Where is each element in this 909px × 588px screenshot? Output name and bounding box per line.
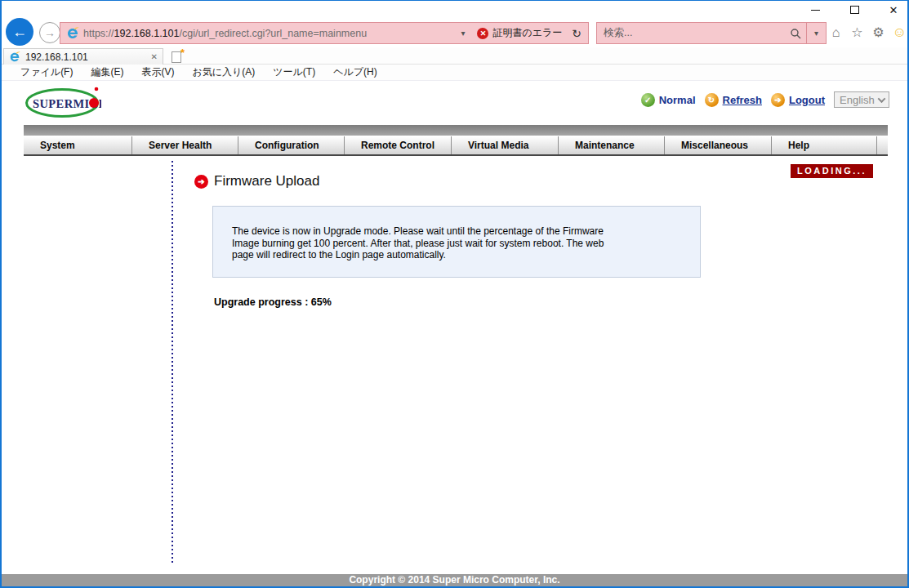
certificate-error-icon: ✕: [477, 28, 488, 39]
language-select[interactable]: English: [834, 91, 889, 108]
maximize-button[interactable]: [847, 2, 862, 17]
url-domain: 192.168.1.101: [114, 28, 180, 39]
nav-top-bar: [24, 125, 888, 136]
address-dropdown-caret-icon[interactable]: ▾: [456, 29, 470, 38]
tab-title: 192.168.1.101: [25, 51, 146, 63]
upgrade-progress: Upgrade progress : 65%: [214, 296, 332, 308]
favorites-star-icon[interactable]: ☆: [849, 24, 865, 41]
menu-help[interactable]: ヘルプ(H): [324, 65, 386, 79]
url-path: /cgi/url_redirect.cgi?url_name=mainmenu: [179, 28, 367, 39]
search-input[interactable]: 検索...: [604, 26, 785, 40]
nav-item-system[interactable]: System: [24, 136, 132, 154]
loading-indicator: LOADING...: [791, 164, 873, 178]
certificate-error-indicator[interactable]: ✕ 証明書のエラー: [474, 26, 565, 40]
new-tab-star-icon: *: [180, 47, 185, 59]
refresh-group: ↻ Refresh: [705, 93, 762, 107]
close-button[interactable]: ✕: [886, 2, 901, 17]
browser-toolbar: ⌂ ☆ ⚙ ☺: [828, 24, 907, 41]
window-controls: ✕: [808, 1, 901, 19]
ie-icon: [66, 27, 79, 40]
browser-window: ✕ ← → https://192.168.1.101/cgi/url_redi…: [0, 0, 909, 588]
status-normal-icon: ✓: [641, 93, 655, 107]
search-dropdown-button[interactable]: ▾: [806, 23, 826, 43]
logout-link[interactable]: Logout: [789, 94, 825, 106]
page-title: Firmware Upload: [214, 173, 319, 189]
minimize-icon: [811, 10, 820, 11]
search-box[interactable]: 検索... ▾: [596, 22, 827, 44]
upgrade-progress-value: 65%: [311, 296, 332, 308]
upgrade-progress-label: Upgrade progress :: [214, 296, 308, 308]
nav-item-configuration[interactable]: Configuration: [238, 136, 345, 154]
gear-icon[interactable]: ⚙: [871, 24, 886, 41]
main-nav: System Server Health Configuration Remot…: [24, 136, 888, 156]
new-tab-page-icon: *: [172, 51, 181, 63]
title-bar: ✕: [2, 1, 907, 19]
search-caret-icon: ▾: [814, 29, 818, 38]
back-button[interactable]: ←: [6, 18, 33, 46]
language-selected-value: English: [840, 94, 876, 106]
reload-icon[interactable]: ↻: [569, 27, 584, 40]
chevron-down-icon: [878, 95, 886, 103]
home-icon[interactable]: ⌂: [828, 24, 844, 41]
nav-item-server-health[interactable]: Server Health: [132, 136, 238, 154]
menu-edit[interactable]: 編集(E): [82, 65, 132, 79]
status-row: ✓ Normal ↻ Refresh ➔ Logout English: [641, 91, 889, 108]
menu-view[interactable]: 表示(V): [132, 65, 183, 79]
address-bar[interactable]: https://192.168.1.101/cgi/url_redirect.c…: [60, 22, 589, 44]
upgrade-info-message: The device is now in Upgrade mode. Pleas…: [232, 225, 608, 261]
tab-strip: 192.168.1.101 ✕ *: [2, 47, 907, 65]
tab-close-icon[interactable]: ✕: [151, 52, 158, 61]
nav-item-remote-control[interactable]: Remote Control: [345, 136, 452, 154]
certificate-error-label: 証明書のエラー: [492, 26, 562, 40]
forward-arrow-icon: →: [44, 26, 56, 39]
menu-favorites[interactable]: お気に入り(A): [183, 65, 264, 79]
sidebar-divider: [172, 161, 173, 564]
refresh-icon[interactable]: ↻: [705, 93, 719, 107]
copyright-footer: Copyright © 2014 Super Micro Computer, I…: [2, 574, 907, 586]
url-text: https://192.168.1.101/cgi/url_redirect.c…: [83, 28, 452, 39]
upgrade-info-box: The device is now in Upgrade mode. Pleas…: [212, 206, 701, 278]
nav-filler: [877, 136, 888, 154]
forward-button[interactable]: →: [39, 22, 60, 43]
supermicro-logo: SUPERMICR: [25, 85, 101, 119]
tab-active[interactable]: 192.168.1.101 ✕: [3, 48, 163, 65]
nav-item-help[interactable]: Help: [772, 136, 877, 154]
status-normal: ✓ Normal: [641, 93, 696, 107]
nav-item-maintenance[interactable]: Maintenance: [559, 136, 665, 154]
refresh-link[interactable]: Refresh: [723, 94, 762, 106]
menu-bar: ファイル(F) 編集(E) 表示(V) お気に入り(A) ツール(T) ヘルプ(…: [2, 65, 907, 81]
heading-arrow-icon: ➔: [194, 175, 208, 189]
new-tab-button[interactable]: *: [167, 50, 186, 64]
page-heading: ➔ Firmware Upload: [194, 173, 319, 189]
logout-group: ➔ Logout: [771, 93, 825, 107]
minimize-button[interactable]: [808, 2, 822, 17]
nav-item-miscellaneous[interactable]: Miscellaneous: [665, 136, 772, 154]
maximize-icon: [850, 6, 859, 14]
logout-icon[interactable]: ➔: [771, 93, 785, 107]
nav-item-virtual-media[interactable]: Virtual Media: [452, 136, 559, 154]
status-normal-label: Normal: [659, 94, 696, 106]
ie-tab-icon: [9, 51, 20, 63]
page-content: SUPERMICR ✓ Normal ↻ Refresh ➔ Logout En…: [2, 81, 907, 572]
menu-tools[interactable]: ツール(T): [264, 65, 324, 79]
back-arrow-icon: ←: [12, 24, 27, 41]
menu-file[interactable]: ファイル(F): [11, 65, 82, 79]
search-icon[interactable]: [785, 28, 806, 39]
feedback-smiley-icon[interactable]: ☺: [892, 24, 907, 41]
url-scheme: https://: [83, 28, 114, 39]
